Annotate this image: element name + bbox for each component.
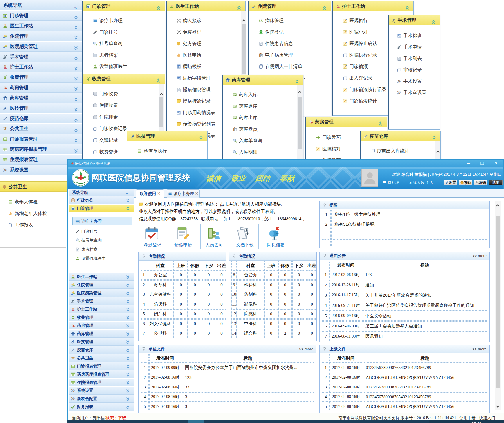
svg-text:敬业: 敬业 (231, 174, 247, 182)
svg-text:团结: 团结 (255, 174, 272, 182)
svg-text:诚信: 诚信 (206, 174, 222, 182)
svg-text:奉献: 奉献 (280, 174, 296, 182)
